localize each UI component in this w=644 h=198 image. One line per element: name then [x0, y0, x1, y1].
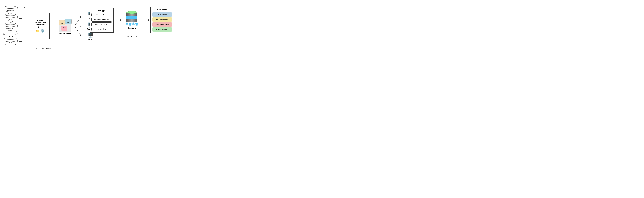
bracket-to-etl-arrow	[25, 7, 29, 45]
data-types-box: Data types Structured data Semi-structur…	[90, 8, 114, 33]
lake-top	[126, 11, 137, 14]
end-users-title: End Users	[152, 9, 172, 11]
eu-data-filtering: Data filtering	[152, 12, 172, 17]
dw-label: Data warehouse	[59, 33, 71, 34]
source-erp: EnterpriseResourcePlanning(ERP)	[3, 16, 18, 24]
sources-col: CustomerRelationshipManagement(CRM) Ente…	[2, 7, 19, 45]
source-external: External	[3, 34, 18, 39]
dw-section: Metadata Summarydata Rawdata Data wareho…	[57, 18, 73, 34]
part-a: CustomerRelationshipManagement(CRM) Ente…	[2, 7, 87, 49]
etl-box: Extract,Transform andLoad Process(ETL) 📁…	[30, 13, 50, 39]
data-types-title: Data types	[92, 9, 112, 12]
source-bracket	[22, 7, 25, 45]
lake-cylinder	[126, 11, 137, 22]
caption-a-text: Data warehouse	[38, 47, 52, 49]
lake-blue-band	[126, 16, 137, 19]
lake-label: Data Lake	[128, 27, 136, 29]
data-type-structured: Structured data	[92, 13, 112, 17]
source-lines	[19, 7, 22, 45]
line-2	[19, 18, 22, 19]
etl-title: Extract,Transform andLoad Process(ETL)	[34, 19, 46, 28]
dw-to-outputs	[74, 13, 82, 39]
etl-icons: 📁 ⚙️	[36, 29, 44, 33]
line-3	[19, 26, 22, 26]
line-4	[19, 34, 22, 34]
eu-analytics-dashboard: Analytics Dashboard	[152, 27, 172, 32]
line-5	[19, 41, 22, 42]
lake-visual	[125, 11, 138, 26]
eu-data-visualizations: Data Visualizations	[152, 22, 172, 27]
data-lake-section: Data Lake	[122, 11, 142, 29]
data-type-binary: Binary data	[92, 27, 112, 31]
etl-icon-2: ⚙️	[41, 29, 44, 33]
part-a-inner: CustomerRelationshipManagement(CRM) Ente…	[2, 7, 87, 45]
source-scm: Supply ChainManagement(SCM)	[3, 25, 18, 32]
svg-line-4	[74, 26, 81, 36]
caption-b-text: Data lake	[130, 35, 138, 37]
long-arrow-line	[114, 20, 122, 20]
end-users-box: End Users Data filtering Machine Learnin…	[150, 7, 174, 33]
source-crm: CustomerRelationshipManagement(CRM)	[3, 7, 18, 15]
dw-meta: Metadata	[59, 20, 65, 25]
caption-b-letter: (b)	[127, 35, 130, 37]
caption-a: (a) Data warehouse	[36, 47, 52, 49]
data-type-unstructured: Unstructured data	[92, 22, 112, 26]
data-type-semi: Semi-structured data	[92, 18, 112, 22]
part-b-inner: Data types Structured data Semi-structur…	[90, 7, 175, 33]
caption-b: (b) Data lake	[127, 35, 138, 37]
lake-to-eu-arrow	[142, 20, 150, 20]
diagram-container: CustomerRelationshipManagement(CRM) Ente…	[2, 7, 175, 49]
etl-to-dw-arrow	[51, 13, 55, 39]
waves-svg	[125, 22, 138, 26]
dt-to-lake-arrow	[114, 20, 122, 20]
source-other: Other	[3, 40, 18, 45]
long-arrow-line-2	[142, 20, 150, 20]
svg-line-0	[74, 17, 81, 26]
line-1	[19, 11, 22, 11]
svg-marker-3	[80, 26, 81, 27]
diagonal-arrows-svg	[74, 13, 82, 39]
mining-label: Mining	[88, 39, 93, 40]
arrow-etl-dw	[51, 26, 55, 26]
dw-raw: Rawdata	[61, 26, 68, 31]
etl-icon-1: 📁	[36, 29, 40, 33]
arrow-to-etl	[25, 26, 29, 26]
dw-cylinder: Metadata Summarydata Rawdata	[58, 18, 72, 32]
lake-waves	[125, 22, 138, 26]
caption-a-letter: (a)	[36, 47, 38, 49]
dw-summary: Summarydata	[65, 19, 72, 24]
part-b: Data types Structured data Semi-structur…	[90, 7, 175, 37]
eu-machine-learning: Machine Learning	[152, 17, 172, 22]
